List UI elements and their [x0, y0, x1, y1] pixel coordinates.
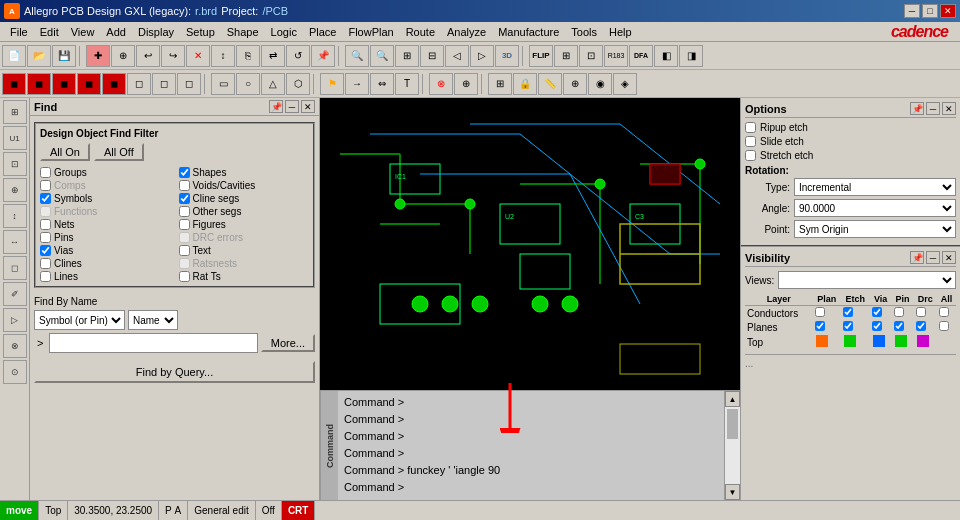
tb-zoom-area[interactable]: ⊟	[420, 45, 444, 67]
filter-shapes-check[interactable]	[179, 167, 190, 178]
sidebar-btn-2[interactable]: U1	[3, 126, 27, 150]
menu-tools[interactable]: Tools	[565, 24, 603, 40]
top-pin-swatch[interactable]	[895, 335, 907, 347]
tb-dfa[interactable]: DFA	[629, 45, 653, 67]
find-panel-minimize[interactable]: ─	[285, 100, 299, 113]
all-off-button[interactable]: All Off	[94, 143, 144, 161]
tb-3d[interactable]: 3D	[495, 45, 519, 67]
top-via-swatch[interactable]	[873, 335, 885, 347]
tb2-snap[interactable]: ⊞	[488, 73, 512, 95]
close-button[interactable]: ✕	[940, 4, 956, 18]
angle-select[interactable]: 90.0000 45.0000 0.0000	[794, 199, 956, 217]
tb2-lock[interactable]: 🔒	[513, 73, 537, 95]
menu-file[interactable]: File	[4, 24, 34, 40]
scroll-down-button[interactable]: ▼	[725, 484, 740, 500]
menu-manufacture[interactable]: Manufacture	[492, 24, 565, 40]
planes-via-check[interactable]	[872, 321, 882, 331]
ripup-etch-check[interactable]	[745, 122, 756, 133]
tb-save[interactable]: 💾	[52, 45, 76, 67]
options-close[interactable]: ✕	[942, 102, 956, 115]
filter-ratsnests-check[interactable]	[179, 258, 190, 269]
menu-edit[interactable]: Edit	[34, 24, 65, 40]
tb2-meas[interactable]: 📏	[538, 73, 562, 95]
tb2-5[interactable]: ◼	[102, 73, 126, 95]
top-etch-swatch[interactable]	[844, 335, 856, 347]
tb2-8[interactable]: ◻	[177, 73, 201, 95]
filter-lines-check[interactable]	[40, 271, 51, 282]
tb-flip[interactable]: FLIP	[529, 45, 553, 67]
tb2-label[interactable]: T	[395, 73, 419, 95]
options-pin[interactable]: 📌	[910, 102, 924, 115]
top-plan-swatch[interactable]	[816, 335, 828, 347]
tb2-extra3[interactable]: ⊕	[563, 73, 587, 95]
sidebar-btn-3[interactable]: ⊡	[3, 152, 27, 176]
menu-setup[interactable]: Setup	[180, 24, 221, 40]
tb2-via[interactable]: ⊗	[429, 73, 453, 95]
conductors-pin-check[interactable]	[894, 307, 904, 317]
more-button[interactable]: More...	[261, 334, 315, 352]
tb-r1[interactable]: R183	[604, 45, 628, 67]
minimize-button[interactable]: ─	[904, 4, 920, 18]
conductors-all-check[interactable]	[939, 307, 949, 317]
views-select[interactable]	[778, 271, 956, 289]
tb2-1[interactable]: ◼	[2, 73, 26, 95]
tb2-2[interactable]: ◼	[27, 73, 51, 95]
tb-delete[interactable]: ✕	[186, 45, 210, 67]
tb-zoom-fit[interactable]: ⊞	[395, 45, 419, 67]
tb2-6[interactable]: ◻	[127, 73, 151, 95]
find-name-input[interactable]	[49, 333, 257, 353]
tb-redo[interactable]: ↪	[161, 45, 185, 67]
menu-route[interactable]: Route	[400, 24, 441, 40]
sidebar-btn-6[interactable]: ↔	[3, 230, 27, 254]
tb2-11[interactable]: △	[261, 73, 285, 95]
find-type-select[interactable]: Symbol (or Pin)	[34, 310, 125, 330]
filter-ratts-check[interactable]	[179, 271, 190, 282]
filter-text-check[interactable]	[179, 245, 190, 256]
menu-place[interactable]: Place	[303, 24, 343, 40]
filter-functions-check[interactable]	[40, 206, 51, 217]
conductors-etch-check[interactable]	[843, 307, 853, 317]
tb-refresh[interactable]: ↺	[286, 45, 310, 67]
tb-extra1[interactable]: ◧	[654, 45, 678, 67]
sidebar-btn-9[interactable]: ▷	[3, 308, 27, 332]
filter-othersegs-check[interactable]	[179, 206, 190, 217]
vis-minimize[interactable]: ─	[926, 251, 940, 264]
tb2-extra4[interactable]: ◉	[588, 73, 612, 95]
find-panel-pin[interactable]: 📌	[269, 100, 283, 113]
tb-extra2[interactable]: ◨	[679, 45, 703, 67]
filter-symbols-check[interactable]	[40, 193, 51, 204]
menu-analyze[interactable]: Analyze	[441, 24, 492, 40]
tb-zoom-next[interactable]: ▷	[470, 45, 494, 67]
menu-shape[interactable]: Shape	[221, 24, 265, 40]
tb-add-connect[interactable]: ✚	[86, 45, 110, 67]
tb-zoom-in[interactable]: 🔍	[345, 45, 369, 67]
filter-comps-check[interactable]	[40, 180, 51, 191]
tb-zoom-prev[interactable]: ◁	[445, 45, 469, 67]
tb2-10[interactable]: ○	[236, 73, 260, 95]
tb-zoom-out[interactable]: 🔍	[370, 45, 394, 67]
slide-etch-check[interactable]	[745, 136, 756, 147]
tb-open[interactable]: 📂	[27, 45, 51, 67]
filter-drc-check[interactable]	[179, 232, 190, 243]
filter-voids-check[interactable]	[179, 180, 190, 191]
planes-all-check[interactable]	[939, 321, 949, 331]
tb2-arrow[interactable]: →	[345, 73, 369, 95]
planes-drc-check[interactable]	[916, 321, 926, 331]
filter-groups-check[interactable]	[40, 167, 51, 178]
vis-pin[interactable]: 📌	[910, 251, 924, 264]
tb2-flag[interactable]: ⚑	[320, 73, 344, 95]
filter-clines-check[interactable]	[40, 258, 51, 269]
sidebar-btn-10[interactable]: ⊗	[3, 334, 27, 358]
all-on-button[interactable]: All On	[40, 143, 90, 161]
command-scrollbar[interactable]: ▲ ▼	[724, 391, 740, 500]
options-minimize[interactable]: ─	[926, 102, 940, 115]
sidebar-btn-1[interactable]: ⊞	[3, 100, 27, 124]
menu-view[interactable]: View	[65, 24, 101, 40]
scroll-up-button[interactable]: ▲	[725, 391, 740, 407]
menu-flowplan[interactable]: FlowPlan	[342, 24, 399, 40]
tb-new[interactable]: 📄	[2, 45, 26, 67]
sidebar-btn-8[interactable]: ✐	[3, 282, 27, 306]
filter-clinesegs-check[interactable]	[179, 193, 190, 204]
planes-pin-check[interactable]	[894, 321, 904, 331]
tb-copy[interactable]: ⎘	[236, 45, 260, 67]
